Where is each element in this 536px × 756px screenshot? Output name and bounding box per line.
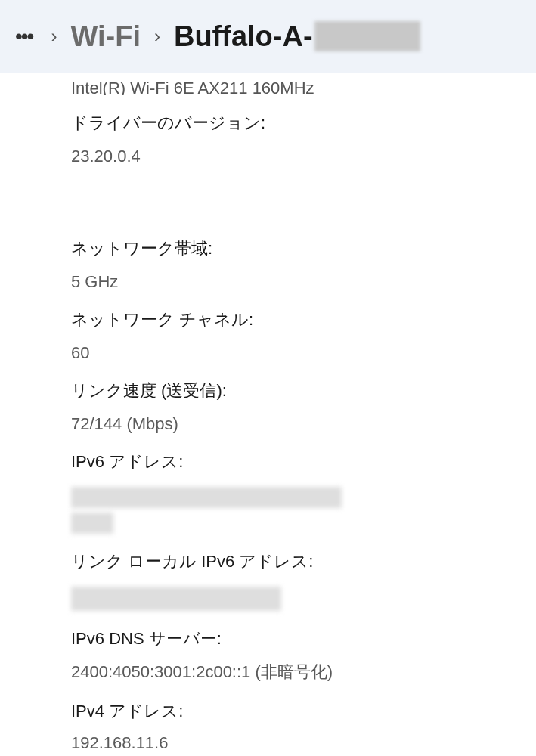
redacted-ipv6-address — [71, 487, 342, 508]
redacted-ipv6-address-2 — [71, 513, 113, 534]
adapter-row-cutoff: Intel(R) Wi-Fi 6E AX211 160MHz — [71, 73, 536, 95]
ipv4-address-label: IPv4 アドレス: — [71, 700, 536, 723]
breadcrumb-wifi[interactable]: Wi-Fi — [70, 20, 141, 53]
breadcrumb-network-label: Buffalo-A- — [174, 20, 313, 53]
network-band-label: ネットワーク帯域: — [71, 237, 536, 260]
breadcrumb-network[interactable]: Buffalo-A- — [174, 20, 420, 53]
chevron-right-icon: › — [51, 26, 57, 47]
redacted-ipv6-link-local — [71, 587, 281, 611]
ipv6-address-label: IPv6 アドレス: — [71, 451, 536, 473]
redacted-ssid — [314, 21, 420, 51]
network-channel-value: 60 — [71, 343, 536, 363]
driver-version-value: 23.20.0.4 — [71, 147, 536, 166]
ipv6-dns-value: 2400:4050:3001:2c00::1 (非暗号化) — [71, 661, 536, 683]
link-speed-label: リンク速度 (送受信): — [71, 380, 536, 402]
network-band-value: 5 GHz — [71, 272, 536, 292]
ipv6-dns-label: IPv6 DNS サーバー: — [71, 627, 536, 650]
adapter-value: Intel(R) Wi-Fi 6E AX211 160MHz — [71, 79, 314, 95]
network-properties: Intel(R) Wi-Fi 6E AX211 160MHz ドライバーのバージ… — [0, 73, 536, 756]
driver-version-label: ドライバーのバージョン: — [71, 112, 536, 135]
more-icon[interactable]: ••• — [11, 24, 37, 48]
network-channel-label: ネットワーク チャネル: — [71, 308, 536, 331]
chevron-right-icon: › — [154, 26, 160, 47]
ipv6-link-local-label: リンク ローカル IPv6 アドレス: — [71, 550, 536, 573]
link-speed-value: 72/144 (Mbps) — [71, 414, 536, 434]
ipv4-address-value: 192.168.11.6 — [71, 733, 536, 753]
breadcrumb-bar: ••• › Wi-Fi › Buffalo-A- — [0, 0, 536, 73]
